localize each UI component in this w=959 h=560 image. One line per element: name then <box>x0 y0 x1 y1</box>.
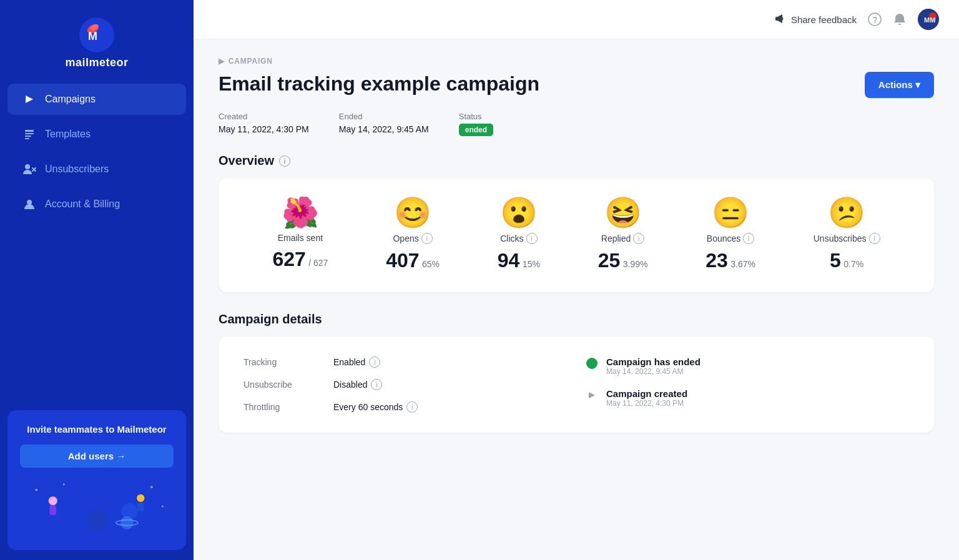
status-label: Status <box>459 112 493 121</box>
campaign-timeline: Campaign has ended May 14, 2022, 9:45 AM… <box>586 356 909 413</box>
ended-label: Ended <box>339 112 429 121</box>
overview-card: 🌺 Emails sent 627 / 627 😊 Opens i 407 65… <box>219 178 934 292</box>
unsubscribe-val: Disabled i <box>333 379 382 390</box>
clicks-value: 94 15% <box>498 249 540 272</box>
page-body: ▶ CAMPAIGN Email tracking example campai… <box>194 39 959 560</box>
stat-bounces: 😑 Bounces i 23 3.67% <box>706 198 755 272</box>
detail-unsubscribe: Unsubscribe Disabled i <box>243 379 566 390</box>
timeline-ended-content: Campaign has ended May 14, 2022, 9:45 AM <box>606 356 701 376</box>
notifications-icon[interactable] <box>893 12 907 26</box>
invite-box: Invite teammates to Mailmeteor Add users… <box>7 410 186 550</box>
add-users-button[interactable]: Add users → <box>20 445 174 468</box>
user-avatar[interactable]: MM <box>918 9 939 30</box>
svg-text:?: ? <box>873 16 877 24</box>
page-title: Email tracking example campaign <box>219 72 539 96</box>
emails-sent-label: Emails sent <box>278 233 323 243</box>
opens-emoji: 😊 <box>394 198 431 228</box>
svg-point-21 <box>150 486 153 488</box>
svg-marker-30 <box>589 392 595 398</box>
campaign-details-card: Tracking Enabled i Unsubscribe Disabled … <box>219 336 934 433</box>
svg-point-13 <box>86 509 107 531</box>
sidebar: M mailmeteor Campaigns Templates Unsubsc… <box>0 0 194 560</box>
app-name: mailmeteor <box>65 56 128 69</box>
nav-account-billing[interactable]: Account & Billing <box>7 189 186 220</box>
svg-rect-7 <box>25 135 31 137</box>
throttling-val: Every 60 seconds i <box>333 401 418 413</box>
clicks-emoji: 😮 <box>500 198 538 228</box>
overview-info-icon[interactable]: i <box>279 155 290 167</box>
nav-campaigns[interactable]: Campaigns <box>7 84 186 115</box>
megaphone-icon <box>774 12 787 27</box>
tracking-val: Enabled i <box>333 356 380 368</box>
opens-label: Opens i <box>393 233 432 244</box>
opens-info-icon[interactable]: i <box>421 233 433 244</box>
unsubscribes-label: Unsubscribes i <box>814 233 880 244</box>
timeline-created: Campaign created May 11, 2022, 4:30 PM <box>586 388 909 408</box>
emails-sent-value: 627 / 627 <box>272 248 328 271</box>
svg-rect-6 <box>25 133 34 134</box>
replied-info-icon[interactable]: i <box>633 233 644 244</box>
svg-point-23 <box>137 494 144 502</box>
bounces-info-icon[interactable]: i <box>743 233 754 244</box>
svg-rect-16 <box>49 505 56 515</box>
overview-section-title: Overview i <box>219 154 934 168</box>
bounces-label: Bounces i <box>707 233 754 244</box>
help-icon[interactable]: ? <box>868 12 882 26</box>
unsubscribes-value: 5 0.7% <box>830 249 863 272</box>
breadcrumb-label: CAMPAIGN <box>229 57 273 66</box>
svg-point-22 <box>162 506 164 508</box>
stat-emails-sent: 🌺 Emails sent 627 / 627 <box>272 198 328 272</box>
page-header: Email tracking example campaign Actions … <box>219 72 934 98</box>
bounces-emoji: 😑 <box>712 198 749 228</box>
breadcrumb: ▶ CAMPAIGN <box>219 57 934 66</box>
throttling-info-icon[interactable]: i <box>406 401 418 413</box>
logo-area: M mailmeteor <box>0 0 194 82</box>
unsubscribe-info-icon[interactable]: i <box>371 379 382 390</box>
details-grid: Tracking Enabled i Unsubscribe Disabled … <box>243 356 909 413</box>
account-icon <box>22 197 36 211</box>
tracking-info-icon[interactable]: i <box>369 356 380 368</box>
created-value: May 11, 2022, 4:30 PM <box>219 124 309 134</box>
meta-created: Created May 11, 2022, 4:30 PM <box>219 112 309 135</box>
ended-value: May 14, 2022, 9:45 AM <box>339 124 429 134</box>
meta-ended: Ended May 14, 2022, 9:45 AM <box>339 112 429 135</box>
timeline-arrow-icon <box>586 390 598 401</box>
nav-unsubscribers[interactable]: Unsubscribers <box>7 154 186 185</box>
svg-text:M: M <box>88 30 97 42</box>
svg-point-17 <box>120 516 134 529</box>
opens-value: 407 65% <box>386 249 440 272</box>
nav-campaigns-label: Campaigns <box>45 94 96 105</box>
svg-rect-8 <box>25 138 29 139</box>
clicks-info-icon[interactable]: i <box>526 233 538 244</box>
nav-account-label: Account & Billing <box>45 199 120 210</box>
share-feedback-button[interactable]: Share feedback <box>774 12 857 27</box>
timeline-created-date: May 11, 2022, 4:30 PM <box>606 399 687 408</box>
unsubscribes-info-icon[interactable]: i <box>869 233 880 244</box>
timeline-created-title: Campaign created <box>606 388 687 399</box>
svg-point-9 <box>25 164 30 169</box>
actions-button[interactable]: Actions ▾ <box>865 72 934 98</box>
meta-row: Created May 11, 2022, 4:30 PM Ended May … <box>219 112 934 136</box>
clicks-label: Clicks i <box>500 233 537 244</box>
timeline-ended-date: May 14, 2022, 9:45 AM <box>606 367 701 376</box>
timeline-created-content: Campaign created May 11, 2022, 4:30 PM <box>606 388 687 408</box>
unsubscribe-key: Unsubscribe <box>243 380 318 390</box>
main-content: Share feedback ? MM ▶ CAMPAIGN Email tra… <box>194 0 959 560</box>
nav-templates[interactable]: Templates <box>7 119 186 150</box>
logo-icon: M <box>79 17 114 52</box>
topbar: Share feedback ? MM <box>194 0 959 39</box>
unsubscribes-emoji: 😕 <box>828 198 865 228</box>
timeline-ended-title: Campaign has ended <box>606 356 701 367</box>
stat-replied: 😆 Replied i 25 3.99% <box>598 198 648 272</box>
meta-status: Status ended <box>459 112 493 136</box>
bounces-value: 23 3.67% <box>706 249 755 272</box>
nav-templates-label: Templates <box>45 129 91 140</box>
timeline-dot-green <box>586 358 598 369</box>
throttling-key: Throttling <box>243 402 318 412</box>
unsubscribers-icon <box>22 162 36 176</box>
nav-unsubscribers-label: Unsubscribers <box>45 164 109 175</box>
svg-point-20 <box>63 484 65 486</box>
svg-point-15 <box>49 496 57 505</box>
details-table: Tracking Enabled i Unsubscribe Disabled … <box>243 356 566 413</box>
tracking-key: Tracking <box>243 357 318 367</box>
